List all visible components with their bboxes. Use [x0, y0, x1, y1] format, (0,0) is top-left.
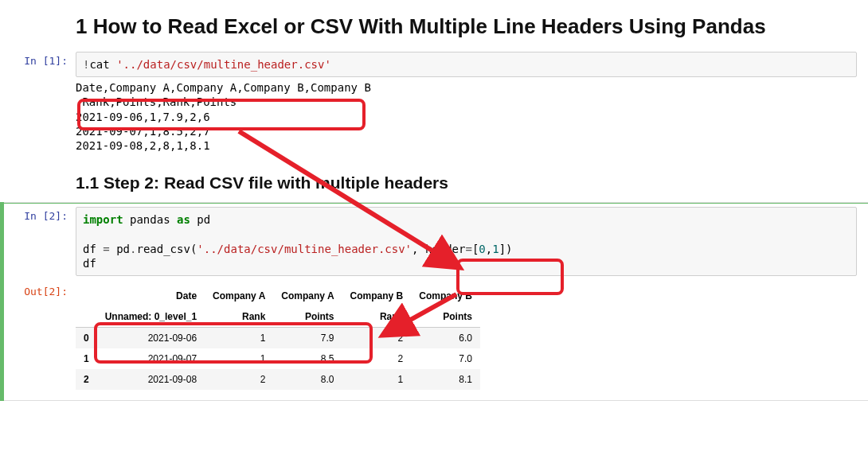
table-header-cell: Points — [273, 306, 342, 328]
table-cell: 2 — [205, 369, 273, 390]
table-header-cell: Rank — [342, 306, 412, 328]
arg-path-str: '../data/csv/multine_header.csv' — [197, 243, 412, 255]
table-cell: 0 — [76, 327, 97, 348]
table-row: 12021-09-0718.527.0 — [76, 348, 480, 369]
prompt-in-2: In [2]: — [0, 207, 76, 225]
alias-pd: pd — [190, 213, 210, 226]
code-input-2[interactable]: import pandas as pd df = pd.read_csv('..… — [76, 207, 857, 276]
table-header-cell: Date — [97, 286, 205, 306]
table-header-cell: Company B — [342, 286, 412, 306]
cat-cmd: cat — [89, 58, 116, 71]
table-header-cell: Company A — [205, 286, 273, 306]
table-cell: 1 — [205, 348, 273, 369]
code-cell-1-content: !cat '../data/csv/multine_header.csv' Da… — [76, 52, 868, 153]
output-cell-2: Out[2]: DateCompany ACompany ACompany BC… — [0, 279, 868, 400]
table-header-cell — [76, 286, 97, 306]
table-cell: 2021-09-06 — [97, 327, 205, 348]
dataframe-table: DateCompany ACompany ACompany BCompany B… — [76, 286, 480, 390]
section-title: 1.1 Step 2: Read CSV file with multiple … — [76, 173, 857, 193]
code-cell-1: In [1]: !cat '../data/csv/multine_header… — [0, 49, 868, 156]
table-header-cell: Company B — [411, 286, 480, 306]
table-cell: 8.5 — [273, 348, 342, 369]
code-cell-2-content: import pandas as pd df = pd.read_csv('..… — [76, 207, 868, 276]
table-cell: 1 — [342, 369, 412, 390]
output-cell-2-content: DateCompany ACompany ACompany BCompany B… — [76, 282, 868, 397]
cell-divider-bottom — [0, 400, 868, 401]
prompt-out-2: Out[2]: — [0, 282, 76, 301]
comma2: , — [486, 243, 492, 255]
table-cell: 8.0 — [273, 369, 342, 390]
table-header-cell: Company A — [273, 286, 342, 306]
comma: , — [412, 243, 425, 255]
kw-header: header — [425, 243, 466, 255]
table-header-cell: Rank — [205, 306, 273, 328]
heading2-content: 1.1 Step 2: Read CSV file with multiple … — [76, 159, 868, 199]
table-cell: 2 — [76, 369, 97, 390]
table-header-cell: Points — [411, 306, 480, 328]
expr-df: df — [83, 257, 96, 270]
cat-path: '../data/csv/multine_header.csv' — [116, 58, 331, 71]
pd-ref: pd — [110, 243, 130, 255]
heading-cell-h2: 1.1 Step 2: Read CSV file with multiple … — [0, 156, 868, 202]
prompt-in-1: In [1]: — [0, 52, 76, 70]
eq2: = — [465, 243, 471, 255]
table-cell: 6.0 — [411, 327, 480, 348]
page-title: 1 How to Read Excel or CSV With Multiple… — [76, 14, 857, 39]
table-cell: 1 — [76, 348, 97, 369]
selection-indicator — [0, 202, 4, 401]
code-input-1[interactable]: !cat '../data/csv/multine_header.csv' — [76, 52, 857, 77]
table-header-cell — [76, 306, 97, 328]
code-output-1: Date,Company A,Company A,Company B,Compa… — [76, 77, 857, 153]
eq: = — [103, 243, 109, 255]
table-cell: 1 — [205, 327, 273, 348]
dataframe-header: DateCompany ACompany ACompany BCompany B… — [76, 286, 480, 328]
table-row: 22021-09-0828.018.1 — [76, 369, 480, 390]
table-cell: 7.0 — [411, 348, 480, 369]
heading-cell-h1: 1 How to Read Excel or CSV With Multiple… — [0, 0, 868, 49]
dataframe-body: 02021-09-0617.926.012021-09-0718.527.022… — [76, 327, 480, 390]
num-0: 0 — [479, 243, 485, 255]
mod-pandas: pandas — [123, 213, 177, 226]
fn-readcsv: read_csv( — [136, 243, 197, 255]
table-cell: 2021-09-08 — [97, 369, 205, 390]
jupyter-notebook: 1 How to Read Excel or CSV With Multiple… — [0, 0, 868, 401]
table-cell: 7.9 — [273, 327, 342, 348]
table-row: 02021-09-0617.926.0 — [76, 327, 480, 348]
table-cell: 8.1 — [411, 369, 480, 390]
var-df: df — [83, 243, 103, 255]
heading-content: 1 How to Read Excel or CSV With Multiple… — [76, 3, 868, 45]
br-close: ]) — [499, 243, 513, 255]
num-1: 1 — [492, 243, 499, 255]
table-header-cell: Unnamed: 0_level_1 — [97, 306, 205, 328]
kw-import: import — [83, 213, 123, 226]
selected-cell-wrapper: In [2]: import pandas as pd df = pd.read… — [0, 202, 868, 401]
table-cell: 2 — [342, 327, 412, 348]
code-cell-2[interactable]: In [2]: import pandas as pd df = pd.read… — [0, 203, 868, 279]
kw-as: as — [177, 213, 190, 226]
table-cell: 2 — [342, 348, 412, 369]
table-cell: 2021-09-07 — [97, 348, 205, 369]
